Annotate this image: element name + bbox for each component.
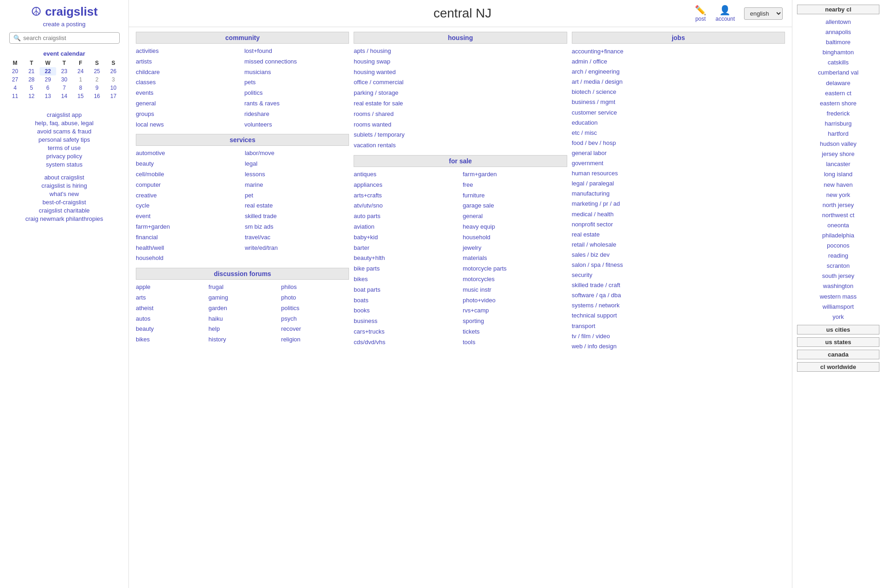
list-item[interactable]: psych (281, 314, 349, 324)
list-item[interactable]: cell/mobile (136, 170, 240, 179)
calendar-day[interactable]: 10 (105, 84, 122, 92)
list-item[interactable]: garage sale (463, 201, 567, 211)
list-item[interactable]: autos (136, 314, 204, 324)
jobs-item[interactable]: admin / office (572, 57, 785, 67)
account-button[interactable]: 👤 account (715, 5, 735, 22)
list-item[interactable]: boats (354, 296, 458, 306)
nearby-city-link[interactable]: hudson valley (797, 139, 879, 149)
list-item[interactable]: artists (136, 57, 241, 67)
list-item[interactable]: philos (281, 282, 349, 292)
list-item[interactable]: marine (245, 180, 349, 190)
jobs-item[interactable]: medical / health (572, 209, 785, 219)
list-item[interactable]: photo (281, 293, 349, 303)
list-item[interactable]: farm+garden (463, 170, 567, 179)
nearby-city-link[interactable]: allentown (797, 17, 879, 27)
jobs-item[interactable]: tv / film / video (572, 331, 785, 341)
calendar-day[interactable]: 7 (56, 84, 73, 92)
calendar-day[interactable]: 22 (40, 67, 56, 75)
jobs-item[interactable]: biotech / science (572, 87, 785, 97)
list-item[interactable]: auto parts (354, 212, 458, 221)
nearby-city-link[interactable]: scranton (797, 261, 879, 271)
list-item[interactable]: rideshare (244, 110, 349, 119)
jobs-item[interactable]: retail / wholesale (572, 240, 785, 250)
sidebar-link-2[interactable]: what's new (25, 190, 103, 197)
jobs-item[interactable]: marketing / pr / ad (572, 199, 785, 209)
jobs-item[interactable]: food / bev / hosp (572, 138, 785, 148)
nearby-city-link[interactable]: western mass (797, 292, 879, 302)
list-item[interactable]: appliances (354, 180, 458, 190)
nearby-city-link[interactable]: baltimore (797, 37, 879, 47)
list-item[interactable]: cycle (136, 201, 240, 211)
nearby-city-link[interactable]: williamsport (797, 302, 879, 312)
list-item[interactable]: farm+garden (136, 222, 240, 232)
calendar-day[interactable]: 6 (40, 84, 56, 92)
nearby-city-link[interactable]: binghamton (797, 47, 879, 58)
list-item[interactable]: music instr (463, 285, 567, 295)
list-item[interactable]: musicians (244, 68, 349, 77)
list-item[interactable]: rooms wanted (354, 120, 567, 130)
calendar-day[interactable]: 30 (56, 75, 73, 84)
jobs-item[interactable]: government (572, 158, 785, 168)
list-item[interactable]: local news (136, 120, 241, 130)
list-item[interactable]: jewelry (463, 243, 567, 253)
jobs-item[interactable]: accounting+finance (572, 46, 785, 57)
list-item[interactable]: frugal (209, 282, 277, 292)
sidebar-link[interactable]: privacy policy (35, 153, 93, 160)
list-item[interactable]: pets (244, 78, 349, 87)
calendar-day[interactable]: 15 (72, 92, 89, 100)
nearby-city-link[interactable]: york (797, 312, 879, 322)
nearby-city-link[interactable]: annapolis (797, 27, 879, 37)
create-posting-link[interactable]: create a posting (43, 21, 86, 28)
jobs-item[interactable]: education (572, 118, 785, 128)
list-item[interactable]: apts / housing (354, 46, 567, 56)
jobs-item[interactable]: transport (572, 321, 785, 331)
list-item[interactable]: housing swap (354, 57, 567, 67)
nearby-city-link[interactable]: north jersey (797, 200, 879, 210)
list-item[interactable]: atheist (136, 304, 204, 313)
nearby-city-link[interactable]: harrisburg (797, 119, 879, 129)
nearby-city-link[interactable]: hartford (797, 129, 879, 139)
jobs-item[interactable]: web / info design (572, 341, 785, 352)
nearby-city-link[interactable]: new york (797, 190, 879, 200)
list-item[interactable]: activities (136, 46, 241, 56)
calendar-day[interactable]: 27 (7, 75, 23, 84)
list-item[interactable]: lessons (245, 170, 349, 179)
list-item[interactable]: motorcycles (463, 275, 567, 284)
list-item[interactable]: financial (136, 233, 240, 242)
logo-text[interactable]: craigslist (45, 5, 98, 19)
jobs-item[interactable]: skilled trade / craft (572, 280, 785, 290)
jobs-item[interactable]: salon / spa / fitness (572, 260, 785, 270)
list-item[interactable]: pet (245, 191, 349, 201)
calendar-day[interactable]: 26 (105, 67, 122, 75)
nearby-city-link[interactable]: frederick (797, 109, 879, 119)
calendar-day[interactable]: 8 (72, 84, 89, 92)
nearby-city-link[interactable]: lancaster (797, 159, 879, 169)
list-item[interactable]: household (463, 233, 567, 242)
list-item[interactable]: arts (136, 293, 204, 303)
calendar-day[interactable]: 9 (89, 84, 105, 92)
list-item[interactable]: sublets / temporary (354, 130, 567, 140)
list-item[interactable]: cds/dvd/vhs (354, 338, 458, 347)
list-item[interactable]: photo+video (463, 296, 567, 306)
list-item[interactable]: barter (354, 243, 458, 253)
jobs-item[interactable]: customer service (572, 108, 785, 118)
list-item[interactable]: recover (281, 324, 349, 334)
jobs-item[interactable]: security (572, 270, 785, 280)
list-item[interactable]: legal (245, 159, 349, 169)
calendar-day[interactable]: 12 (23, 92, 40, 100)
sidebar-link[interactable]: help, faq, abuse, legal (35, 120, 93, 127)
jobs-item[interactable]: systems / network (572, 300, 785, 311)
list-item[interactable]: childcare (136, 68, 241, 77)
list-item[interactable]: aviation (354, 222, 458, 232)
list-item[interactable]: creative (136, 191, 240, 201)
nearby-city-link[interactable]: long island (797, 169, 879, 179)
list-item[interactable]: baby+kid (354, 233, 458, 242)
list-item[interactable]: housing wanted (354, 68, 567, 77)
nearby-section-label[interactable]: us cities (797, 325, 879, 334)
list-item[interactable]: history (209, 335, 277, 345)
jobs-item[interactable]: business / mgmt (572, 97, 785, 107)
jobs-item[interactable]: technical support (572, 311, 785, 321)
calendar-day[interactable]: 29 (40, 75, 56, 84)
list-item[interactable]: lost+found (244, 46, 349, 56)
sidebar-link[interactable]: system status (35, 161, 93, 168)
